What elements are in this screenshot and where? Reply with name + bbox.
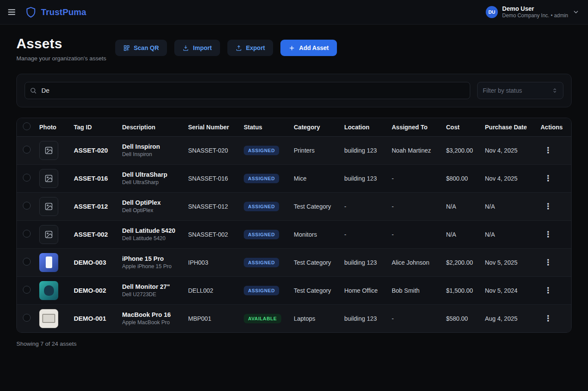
asset-location: - [341, 220, 388, 248]
assets-table-card: Photo Tag ID Description Serial Number S… [16, 118, 572, 333]
asset-name: Dell Monitor 27" [122, 283, 181, 290]
table-row: DEMO-002 Dell Monitor 27" Dell U2723DE D… [17, 276, 571, 304]
row-checkbox[interactable] [23, 202, 31, 210]
row-actions-button[interactable]: ⋮ [541, 228, 556, 240]
asset-location: - [341, 192, 388, 220]
search-icon [30, 87, 37, 94]
add-asset-button[interactable]: Add Asset [280, 40, 337, 56]
row-checkbox[interactable] [23, 174, 31, 181]
asset-category: Test Category [290, 276, 341, 304]
asset-tag-id: ASSET-012 [70, 192, 119, 220]
row-actions-button[interactable]: ⋮ [541, 313, 556, 324]
asset-assigned-to: - [388, 192, 443, 220]
row-actions-button[interactable]: ⋮ [541, 256, 556, 268]
row-actions-button[interactable]: ⋮ [541, 172, 556, 184]
asset-serial: MBP001 [185, 304, 240, 332]
row-checkbox[interactable] [23, 286, 31, 294]
asset-description: Dell Latitude 5420 [122, 235, 181, 241]
qr-code-icon [123, 45, 130, 51]
asset-tag-id: DEMO-003 [70, 248, 119, 276]
asset-description: Dell OptiPlex [122, 207, 181, 213]
brand-name: TrustPuma [41, 7, 86, 17]
column-header-cost: Cost [443, 118, 481, 136]
select-all-checkbox[interactable] [23, 122, 31, 130]
import-icon [182, 45, 189, 51]
top-bar: TrustPuma DU Demo User Demo Company Inc.… [0, 0, 588, 25]
asset-photo [39, 309, 58, 328]
asset-location: building 123 [341, 164, 388, 192]
asset-serial: IPH003 [185, 248, 240, 276]
asset-purchase-date: N/A [481, 220, 537, 248]
status-badge: ASSIGNED [244, 230, 279, 239]
status-badge: AVAILABLE [244, 314, 281, 323]
asset-location: building 123 [341, 248, 388, 276]
asset-photo [39, 225, 58, 244]
column-header-serial: Serial Number [185, 118, 240, 136]
asset-assigned-to: Bob Smith [388, 276, 443, 304]
row-checkbox[interactable] [23, 230, 31, 238]
user-name: Demo User [502, 5, 568, 13]
row-checkbox[interactable] [23, 314, 31, 322]
asset-photo [39, 197, 58, 216]
asset-tag-id: ASSET-016 [70, 164, 119, 192]
asset-serial: SNASSET-002 [185, 220, 240, 248]
asset-cost: N/A [443, 192, 481, 220]
status-filter-select[interactable]: Filter by status [477, 82, 563, 99]
asset-photo [39, 169, 58, 188]
asset-category: Test Category [290, 192, 341, 220]
menu-button[interactable] [7, 7, 16, 17]
row-actions-button[interactable]: ⋮ [541, 144, 556, 156]
row-checkbox[interactable] [23, 146, 31, 153]
page-title: Assets [16, 36, 115, 52]
column-header-photo: Photo [36, 118, 70, 136]
asset-purchase-date: Nov 5, 2025 [481, 248, 537, 276]
search-input[interactable] [25, 82, 470, 99]
asset-description: Apple MacBook Pro [122, 319, 181, 325]
column-header-tag-id: Tag ID [70, 118, 119, 136]
row-actions-button[interactable]: ⋮ [541, 285, 556, 296]
asset-name: iPhone 15 Pro [122, 255, 181, 262]
column-header-actions: Actions [537, 118, 571, 136]
asset-category: Printers [290, 136, 341, 164]
asset-assigned-to: Noah Martinez [388, 136, 443, 164]
image-icon [44, 146, 53, 155]
table-row: ASSET-002 Dell Latitude 5420 Dell Latitu… [17, 220, 571, 248]
asset-serial: SNASSET-016 [185, 164, 240, 192]
assets-page: Assets Manage your organization's assets… [0, 25, 588, 347]
export-button[interactable]: Export [227, 40, 273, 56]
asset-category: Mice [290, 164, 341, 192]
status-badge: ASSIGNED [244, 146, 279, 155]
asset-category: Laptops [290, 304, 341, 332]
export-icon [236, 45, 242, 51]
brand-logo[interactable]: TrustPuma [25, 6, 86, 18]
page-subtitle: Manage your organization's assets [16, 55, 115, 62]
asset-assigned-to: - [388, 304, 443, 332]
select-chevrons-icon [552, 88, 558, 94]
asset-tag-id: DEMO-002 [70, 276, 119, 304]
results-count: Showing 7 of 24 assets [16, 341, 572, 347]
asset-description: Dell U2723DE [122, 291, 181, 297]
row-checkbox[interactable] [23, 258, 31, 266]
table-body: ASSET-020 Dell Inspiron Dell Inspiron SN… [17, 136, 571, 332]
asset-serial: DELL002 [185, 276, 240, 304]
column-header-assigned-to: Assigned To [388, 118, 443, 136]
import-button[interactable]: Import [174, 40, 220, 56]
status-badge: ASSIGNED [244, 202, 279, 211]
search-filter-card: Filter by status [16, 74, 572, 107]
asset-purchase-date: Nov 4, 2025 [481, 136, 537, 164]
row-actions-button[interactable]: ⋮ [541, 200, 556, 212]
asset-name: MacBook Pro 16 [122, 311, 181, 318]
asset-tag-id: ASSET-020 [70, 136, 119, 164]
status-badge: ASSIGNED [244, 174, 279, 183]
asset-cost: N/A [443, 220, 481, 248]
scan-qr-button[interactable]: Scan QR [115, 40, 167, 56]
status-badge: ASSIGNED [244, 258, 279, 267]
asset-purchase-date: Aug 4, 2025 [481, 304, 537, 332]
asset-description: Apple iPhone 15 Pro [122, 263, 181, 269]
image-icon [44, 174, 53, 183]
asset-photo [39, 253, 58, 272]
user-menu[interactable]: DU Demo User Demo Company Inc. • admin [486, 5, 579, 19]
asset-tag-id: DEMO-001 [70, 304, 119, 332]
asset-assigned-to: - [388, 220, 443, 248]
asset-serial: SNASSET-020 [185, 136, 240, 164]
